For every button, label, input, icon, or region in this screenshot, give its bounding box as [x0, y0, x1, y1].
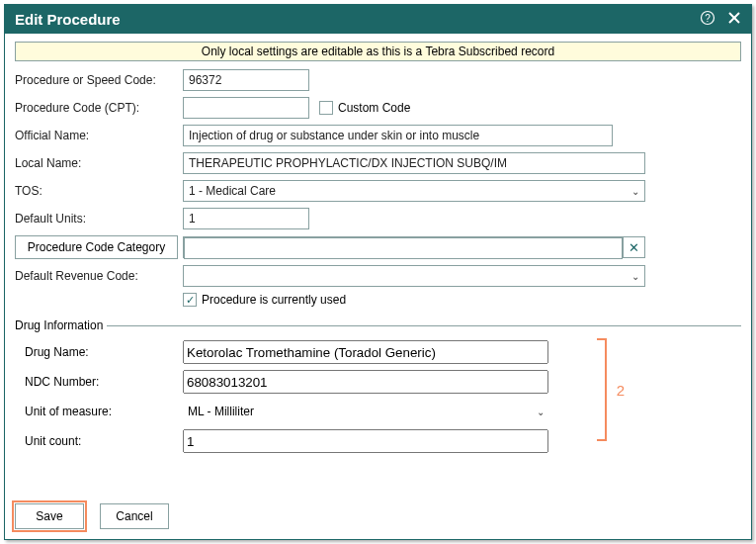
- default-revenue-code-select[interactable]: ⌄: [183, 265, 645, 287]
- chevron-down-icon: ⌄: [631, 271, 639, 282]
- edit-procedure-window: Edit Procedure ? Only local settings are…: [4, 4, 752, 540]
- procedure-code-cpt-input[interactable]: [183, 97, 309, 119]
- form-body: Only local settings are editable as this…: [5, 34, 751, 496]
- unit-of-measure-select[interactable]: ML - Milliliter ⌄: [183, 400, 548, 423]
- label-default-units: Default Units:: [15, 212, 183, 226]
- chevron-down-icon: ⌄: [537, 407, 545, 417]
- drug-name-input[interactable]: [183, 340, 548, 364]
- label-procedure-speed-code: Procedure or Speed Code:: [15, 73, 183, 87]
- local-name-input[interactable]: [183, 152, 645, 174]
- unit-count-input[interactable]: [183, 429, 548, 453]
- label-default-revenue-code: Default Revenue Code:: [15, 269, 183, 283]
- custom-code-checkbox[interactable]: [319, 101, 333, 115]
- window-title: Edit Procedure: [15, 11, 688, 28]
- readonly-notice: Only local settings are editable as this…: [15, 42, 741, 61]
- default-units-input[interactable]: [183, 208, 309, 229]
- callout-bracket: [597, 338, 607, 441]
- procedure-code-category-button[interactable]: Procedure Code Category: [15, 235, 178, 259]
- currently-used-checkbox[interactable]: ✓: [183, 293, 197, 307]
- close-icon[interactable]: [727, 11, 741, 28]
- label-drug-name: Drug Name:: [25, 345, 183, 359]
- label-unit-of-measure: Unit of measure:: [25, 405, 183, 418]
- official-name-input[interactable]: [183, 125, 613, 146]
- cancel-button[interactable]: Cancel: [100, 503, 169, 529]
- label-tos: TOS:: [15, 184, 183, 198]
- label-local-name: Local Name:: [15, 156, 183, 170]
- label-currently-used: Procedure is currently used: [202, 293, 346, 307]
- label-procedure-code-cpt: Procedure Code (CPT):: [15, 101, 183, 115]
- ndc-number-input[interactable]: [183, 370, 548, 394]
- procedure-code-category-field: ✕: [183, 236, 645, 258]
- svg-text:?: ?: [705, 13, 711, 24]
- clear-category-icon[interactable]: ✕: [623, 237, 644, 257]
- save-button[interactable]: Save: [15, 503, 84, 529]
- procedure-code-category-input[interactable]: [184, 237, 623, 259]
- chevron-down-icon: ⌄: [631, 186, 639, 197]
- tos-select[interactable]: 1 - Medical Care ⌄: [183, 180, 645, 202]
- titlebar: Edit Procedure ?: [5, 5, 751, 34]
- label-official-name: Official Name:: [15, 129, 183, 142]
- drug-information-group: Drug Information 2 Drug Name: NDC Number…: [15, 318, 741, 459]
- label-ndc-number: NDC Number:: [25, 375, 183, 389]
- callout-marker: 2: [617, 382, 625, 399]
- label-custom-code: Custom Code: [338, 101, 410, 115]
- tos-value: 1 - Medical Care: [189, 184, 276, 198]
- label-unit-count: Unit count:: [25, 434, 183, 448]
- procedure-speed-code-input[interactable]: [183, 69, 309, 91]
- footer: Save Cancel: [5, 496, 751, 539]
- help-icon[interactable]: ?: [700, 10, 715, 29]
- drug-information-legend: Drug Information: [15, 318, 107, 332]
- unit-of-measure-value: ML - Milliliter: [188, 405, 254, 418]
